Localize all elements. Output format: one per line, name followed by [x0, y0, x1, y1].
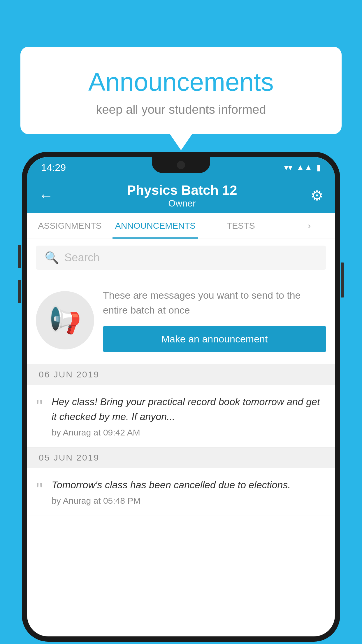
- quote-icon-2: ": [36, 480, 43, 500]
- power-button: [341, 262, 344, 298]
- quote-icon-1: ": [36, 397, 43, 416]
- promo-content: These are messages you want to send to t…: [103, 288, 326, 352]
- announcement-text-2: Tomorrow's class has been cancelled due …: [52, 477, 326, 492]
- header-title: Physics Batch 12: [127, 182, 237, 198]
- volume-down-button: [18, 280, 21, 303]
- tab-announcements[interactable]: ANNOUNCEMENTS: [113, 213, 198, 239]
- settings-button[interactable]: ⚙: [311, 187, 323, 204]
- announcement-meta-1: by Anurag at 09:42 AM: [52, 428, 326, 438]
- make-announcement-button[interactable]: Make an announcement: [103, 326, 326, 352]
- announcement-item-1[interactable]: " Hey class! Bring your practical record…: [27, 385, 335, 447]
- search-bar[interactable]: 🔍 Search: [36, 246, 326, 270]
- speech-bubble-container: Announcements keep all your students inf…: [20, 47, 342, 134]
- back-button[interactable]: ←: [39, 187, 53, 204]
- date-separator-1: 06 JUN 2019: [27, 364, 335, 385]
- volume-up-button: [18, 245, 21, 268]
- promo-card: 📢 These are messages you want to send to…: [27, 276, 335, 364]
- date-label-1: 06 JUN 2019: [39, 370, 99, 379]
- bubble-title: Announcements: [38, 67, 324, 97]
- search-icon: 🔍: [45, 251, 59, 265]
- announcement-content-1: Hey class! Bring your practical record b…: [52, 394, 326, 438]
- promo-icon-circle: 📢: [36, 291, 94, 349]
- status-icons: ▾▾ ▲▲ ▮: [284, 163, 321, 172]
- announcement-text-1: Hey class! Bring your practical record b…: [52, 394, 326, 424]
- tab-more[interactable]: ›: [284, 213, 335, 239]
- phone-notch: [152, 157, 210, 173]
- bubble-subtitle: keep all your students informed: [38, 103, 324, 117]
- phone-container: 14:29 ▾▾ ▲▲ ▮ ← Physics Batch 12 Owner ⚙: [22, 152, 340, 644]
- tab-assignments[interactable]: ASSIGNMENTS: [27, 213, 113, 239]
- header-center: Physics Batch 12 Owner: [127, 182, 237, 209]
- status-time: 14:29: [41, 162, 66, 173]
- announcement-content-2: Tomorrow's class has been cancelled due …: [52, 477, 326, 506]
- announcement-item-2[interactable]: " Tomorrow's class has been cancelled du…: [27, 468, 335, 515]
- tabs-bar: ASSIGNMENTS ANNOUNCEMENTS TESTS ›: [27, 213, 335, 239]
- signal-icon: ▲▲: [296, 163, 312, 172]
- date-separator-2: 05 JUN 2019: [27, 447, 335, 468]
- wifi-icon: ▾▾: [284, 163, 292, 172]
- tab-tests[interactable]: TESTS: [198, 213, 284, 239]
- announcement-meta-2: by Anurag at 05:48 PM: [52, 496, 326, 506]
- search-container: 🔍 Search: [27, 239, 335, 276]
- speech-bubble: Announcements keep all your students inf…: [20, 47, 342, 134]
- phone-frame: 14:29 ▾▾ ▲▲ ▮ ← Physics Batch 12 Owner ⚙: [22, 152, 340, 642]
- front-camera: [177, 161, 185, 169]
- battery-icon: ▮: [317, 163, 321, 172]
- phone-screen: 14:29 ▾▾ ▲▲ ▮ ← Physics Batch 12 Owner ⚙: [27, 157, 335, 636]
- date-label-2: 05 JUN 2019: [39, 453, 99, 462]
- promo-text: These are messages you want to send to t…: [103, 288, 326, 318]
- megaphone-icon: 📢: [49, 305, 81, 335]
- header-subtitle: Owner: [127, 198, 237, 209]
- app-header: ← Physics Batch 12 Owner ⚙: [27, 178, 335, 213]
- search-input[interactable]: Search: [64, 251, 99, 264]
